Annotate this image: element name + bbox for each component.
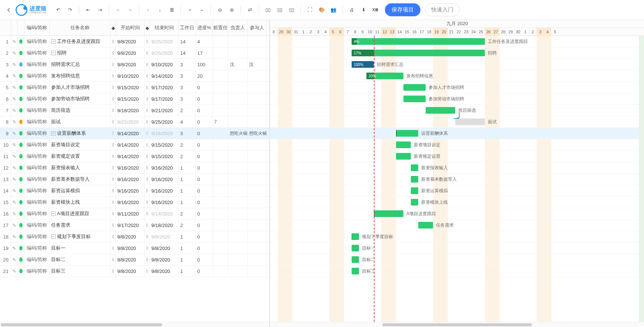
grid-body[interactable]: 1✎编码/简称−工作任务及进度跟踪9/8/20209/25/20201442✎编… [0, 36, 269, 322]
gantt-body[interactable]: 4%工作任务及进度跟踪17%招聘100%招聘需求汇总20%发布招聘信息参加人才市… [270, 36, 644, 322]
member[interactable] [248, 36, 267, 47]
end-date[interactable]: 9/8/2020 [150, 243, 179, 254]
task-row[interactable]: 14✎编码/简称薪资运算模拟9/16/20209/16/202010 [0, 185, 269, 197]
name-cell[interactable]: 目标一 [50, 243, 111, 254]
task-row[interactable]: 11✎编码/简称薪资规定设置9/14/20209/15/202020 [0, 151, 269, 162]
name-cell[interactable]: 简历筛选 [50, 105, 111, 116]
gantt-row[interactable]: 参加劳动市场招聘 [270, 93, 644, 105]
progress[interactable]: 0 [196, 128, 213, 139]
gantt-bar[interactable]: 20% [366, 73, 403, 79]
gantt-bar[interactable] [455, 119, 485, 125]
layout2-icon[interactable]: ▯▯ [275, 5, 285, 15]
member[interactable] [248, 47, 267, 59]
gantt-row[interactable]: 100%招聘需求汇总 [270, 59, 644, 70]
task-row[interactable]: 2✎编码/简称−招聘9/8/20209/25/20201417 [0, 47, 269, 59]
gantt-bar[interactable] [352, 256, 359, 263]
member[interactable] [248, 162, 267, 173]
task-row[interactable]: 20✎编码/简称目标二9/8/20209/8/202010 [0, 254, 269, 266]
start-date[interactable]: 9/8/2020 [116, 254, 145, 265]
code-cell[interactable]: 编码/简称 [24, 139, 50, 150]
end-date[interactable]: 9/16/2020 [150, 185, 179, 196]
code-cell[interactable]: 编码/简称 [24, 47, 50, 59]
status-dot[interactable] [18, 185, 24, 196]
gantt-bar[interactable] [411, 176, 418, 183]
edit-icon[interactable]: ✎ [11, 174, 18, 185]
workdays[interactable]: 3 [179, 70, 196, 81]
manager[interactable] [228, 70, 248, 81]
name-cell[interactable]: 任务需求 [50, 220, 111, 231]
progress[interactable]: 0 [196, 208, 213, 219]
manager[interactable]: 沈 [228, 59, 248, 70]
edit-icon[interactable]: ✎ [11, 220, 18, 231]
status-dot[interactable] [18, 243, 24, 254]
member[interactable]: 沈 [248, 59, 267, 70]
start-date[interactable]: 9/16/2020 [116, 185, 145, 196]
start-date[interactable]: 9/14/2020 [116, 128, 145, 139]
edit-icon[interactable]: ✎ [11, 254, 18, 265]
gantt-bar[interactable] [411, 199, 418, 206]
gantt-bar[interactable] [426, 107, 455, 114]
col-name[interactable]: 任务名称 [50, 20, 111, 36]
code-cell[interactable]: 编码/简称 [24, 116, 50, 127]
gantt-row[interactable]: 参加人才市场招聘 [270, 82, 644, 93]
code-cell[interactable]: 编码/简称 [24, 243, 50, 254]
zoom-out-icon[interactable]: ⊖ [215, 5, 225, 15]
task-row[interactable]: 3✎编码/简称招聘需求汇总9/8/20209/10/20203100沈沈 [0, 59, 269, 70]
code-cell[interactable]: 编码/简称 [24, 36, 50, 47]
manager[interactable] [228, 162, 248, 173]
team-icon[interactable]: 👥 [328, 5, 339, 15]
workdays[interactable]: 1 [179, 254, 196, 265]
task-row[interactable]: 7✎编码/简称简历筛选9/18/20209/21/202020 [0, 105, 269, 116]
gantt-row[interactable]: 目标三 [270, 266, 644, 277]
grid-h-scroll[interactable] [0, 322, 269, 327]
status-dot[interactable] [18, 93, 24, 104]
workdays[interactable]: 3 [179, 128, 196, 139]
end-date[interactable]: 9/15/2020 [150, 139, 179, 150]
col-mgr[interactable]: 负责人 [228, 20, 248, 36]
gantt-bar[interactable] [352, 245, 359, 251]
redo-icon[interactable]: ↷ [65, 5, 75, 15]
end-date[interactable]: 9/25/2020 [150, 116, 179, 127]
manager[interactable] [228, 82, 248, 93]
end-date[interactable]: 9/16/2020 [150, 162, 179, 173]
status-dot[interactable] [18, 47, 24, 59]
arrow-up-icon[interactable]: ↑ [143, 5, 153, 15]
workdays[interactable]: 1 [179, 174, 196, 185]
progress[interactable]: 0 [196, 185, 213, 196]
name-cell[interactable]: 薪资模块上线 [50, 197, 111, 208]
edit-icon[interactable]: ✎ [11, 231, 18, 242]
status-dot[interactable] [18, 174, 24, 185]
status-dot[interactable] [18, 59, 24, 70]
status-dot[interactable] [18, 128, 24, 139]
predecessor[interactable] [213, 47, 228, 59]
progress[interactable]: 0 [196, 243, 213, 254]
edit-icon[interactable]: ✎ [11, 185, 18, 196]
delete-icon[interactable]: 🗑 [167, 5, 177, 15]
workdays[interactable]: 4 [179, 116, 196, 127]
end-date[interactable]: 9/25/2020 [150, 47, 179, 59]
code-cell[interactable]: 编码/简称 [24, 208, 50, 219]
name-cell[interactable]: 薪资报表输入 [50, 162, 111, 173]
col-mem[interactable]: 参与人 [248, 20, 267, 36]
status-dot[interactable] [18, 162, 24, 173]
manager[interactable] [228, 243, 248, 254]
name-cell[interactable]: −设置薪酬体系 [50, 128, 111, 139]
layout3-icon[interactable]: ▯▯ [286, 5, 297, 15]
gantt-bar[interactable]: 4% [352, 38, 485, 45]
task-row[interactable]: 1✎编码/简称−工作任务及进度跟踪9/8/20209/25/2020144 [0, 36, 269, 47]
workdays[interactable]: 2 [179, 208, 196, 219]
name-cell[interactable]: −工作任务及进度跟踪 [50, 36, 111, 47]
align-bottom-icon[interactable]: ⫠ [197, 5, 207, 15]
member[interactable] [248, 208, 267, 219]
code-cell[interactable]: 编码/简称 [24, 220, 50, 231]
gantt-bar[interactable] [396, 153, 411, 160]
predecessor[interactable] [213, 105, 228, 116]
start-date[interactable]: 9/15/2020 [116, 82, 145, 93]
manager[interactable] [228, 47, 248, 59]
end-date[interactable]: 9/17/2020 [150, 93, 179, 104]
predecessor[interactable] [213, 197, 228, 208]
edit-icon[interactable]: ✎ [11, 266, 18, 277]
workdays[interactable]: 2 [179, 151, 196, 162]
edit-icon[interactable]: ✎ [11, 197, 18, 208]
member[interactable] [248, 220, 267, 231]
